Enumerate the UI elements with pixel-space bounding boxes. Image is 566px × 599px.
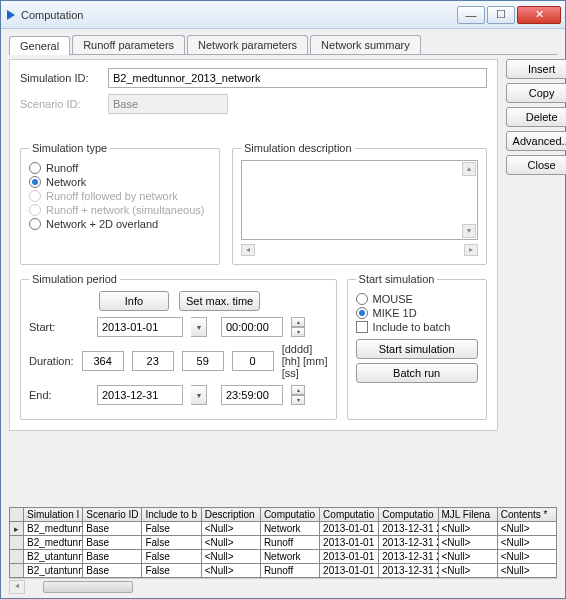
table-cell[interactable]: <Null> bbox=[201, 536, 260, 550]
table-cell[interactable]: <Null> bbox=[201, 522, 260, 536]
maximize-button[interactable]: ☐ bbox=[487, 6, 515, 24]
tab-network-parameters[interactable]: Network parameters bbox=[187, 35, 308, 54]
table-cell[interactable]: <Null> bbox=[201, 550, 260, 564]
table-cell[interactable]: Network bbox=[260, 550, 319, 564]
table-cell[interactable]: <Null> bbox=[497, 522, 556, 536]
scroll-right-icon[interactable]: ▸ bbox=[464, 244, 478, 256]
table-cell[interactable]: Runoff bbox=[260, 564, 319, 578]
hscroll-left-icon[interactable]: ◂ bbox=[9, 580, 25, 594]
col-mjl[interactable]: MJL Filena bbox=[438, 508, 497, 522]
include-to-batch-check[interactable]: Include to batch bbox=[356, 321, 478, 333]
table-cell[interactable]: 2013-12-31 2 bbox=[379, 522, 438, 536]
table-cell[interactable]: Base bbox=[83, 522, 142, 536]
table-cell[interactable]: B2_medtunno bbox=[24, 522, 83, 536]
start-date-input[interactable] bbox=[97, 317, 183, 337]
col-comp1[interactable]: Computatio bbox=[260, 508, 319, 522]
table-cell[interactable]: False bbox=[142, 564, 201, 578]
table-cell[interactable]: 2013-01-01 bbox=[320, 550, 379, 564]
start-time-spin-down[interactable]: ▾ bbox=[291, 327, 305, 337]
row-header[interactable] bbox=[10, 522, 24, 536]
start-time-input[interactable] bbox=[221, 317, 283, 337]
tab-runoff-parameters[interactable]: Runoff parameters bbox=[72, 35, 185, 54]
table-cell[interactable]: <Null> bbox=[438, 564, 497, 578]
radio-network[interactable]: Network bbox=[29, 176, 211, 188]
col-comp3[interactable]: Computatio bbox=[379, 508, 438, 522]
col-description[interactable]: Description bbox=[201, 508, 260, 522]
delete-button[interactable]: Delete bbox=[506, 107, 566, 127]
info-button[interactable]: Info bbox=[99, 291, 169, 311]
horizontal-scrollbar[interactable]: ◂ bbox=[9, 578, 557, 594]
table-cell[interactable]: <Null> bbox=[201, 564, 260, 578]
col-simulation[interactable]: Simulation I bbox=[24, 508, 83, 522]
table-cell[interactable]: B2_utantunno bbox=[24, 550, 83, 564]
start-simulation-button[interactable]: Start simulation bbox=[356, 339, 478, 359]
start-time-spin-up[interactable]: ▴ bbox=[291, 317, 305, 327]
minimize-button[interactable]: — bbox=[457, 6, 485, 24]
end-time-spin-up[interactable]: ▴ bbox=[291, 385, 305, 395]
set-max-time-button[interactable]: Set max. time bbox=[179, 291, 260, 311]
table-cell[interactable]: 2013-01-01 bbox=[320, 564, 379, 578]
dur-days-input[interactable] bbox=[82, 351, 124, 371]
close-panel-button[interactable]: Close bbox=[506, 155, 566, 175]
table-cell[interactable]: 2013-12-31 2 bbox=[379, 564, 438, 578]
table-row[interactable]: B2_utantunnoBaseFalse<Null>Runoff2013-01… bbox=[10, 564, 557, 578]
col-contents[interactable]: Contents * bbox=[497, 508, 556, 522]
tab-network-summary[interactable]: Network summary bbox=[310, 35, 421, 54]
table-cell[interactable]: 2013-12-31 2 bbox=[379, 536, 438, 550]
scroll-up-icon[interactable]: ▴ bbox=[462, 162, 476, 176]
radio-mouse[interactable]: MOUSE bbox=[356, 293, 478, 305]
radio-runoff[interactable]: Runoff bbox=[29, 162, 211, 174]
radio-network-2d[interactable]: Network + 2D overland bbox=[29, 218, 211, 230]
titlebar[interactable]: Computation — ☐ ✕ bbox=[1, 1, 565, 29]
close-button[interactable]: ✕ bbox=[517, 6, 561, 24]
col-scenario[interactable]: Scenario ID bbox=[83, 508, 142, 522]
table-cell[interactable]: Network bbox=[260, 522, 319, 536]
table-cell[interactable]: False bbox=[142, 550, 201, 564]
col-comp2[interactable]: Computatio bbox=[320, 508, 379, 522]
row-header[interactable] bbox=[10, 536, 24, 550]
table-cell[interactable]: Base bbox=[83, 536, 142, 550]
dur-mins-input[interactable] bbox=[182, 351, 224, 371]
start-date-dropdown-icon[interactable]: ▾ bbox=[191, 317, 207, 337]
table-cell[interactable]: <Null> bbox=[438, 522, 497, 536]
dur-hours-input[interactable] bbox=[132, 351, 174, 371]
results-table[interactable]: Simulation I Scenario ID Include to b De… bbox=[9, 507, 557, 578]
row-header[interactable] bbox=[10, 564, 24, 578]
radio-mike1d[interactable]: MIKE 1D bbox=[356, 307, 478, 319]
sim-id-input[interactable] bbox=[108, 68, 487, 88]
table-cell[interactable]: Base bbox=[83, 564, 142, 578]
table-cell[interactable]: <Null> bbox=[497, 564, 556, 578]
end-date-input[interactable] bbox=[97, 385, 183, 405]
table-cell[interactable]: <Null> bbox=[438, 550, 497, 564]
sim-desc-textarea[interactable]: ▴ ▾ bbox=[241, 160, 478, 240]
advanced-button[interactable]: Advanced... bbox=[506, 131, 566, 151]
col-include[interactable]: Include to b bbox=[142, 508, 201, 522]
table-cell[interactable]: 2013-01-01 bbox=[320, 522, 379, 536]
table-cell[interactable]: 2013-01-01 bbox=[320, 536, 379, 550]
table-row[interactable]: B2_utantunnoBaseFalse<Null>Network2013-0… bbox=[10, 550, 557, 564]
scroll-left-icon[interactable]: ◂ bbox=[241, 244, 255, 256]
hscroll-thumb[interactable] bbox=[43, 581, 133, 593]
end-time-spin-down[interactable]: ▾ bbox=[291, 395, 305, 405]
table-cell[interactable]: <Null> bbox=[497, 550, 556, 564]
table-cell[interactable]: Runoff bbox=[260, 536, 319, 550]
batch-run-button[interactable]: Batch run bbox=[356, 363, 478, 383]
table-cell[interactable]: B2_utantunno bbox=[24, 564, 83, 578]
table-cell[interactable]: 2013-12-31 2 bbox=[379, 550, 438, 564]
table-cell[interactable]: False bbox=[142, 536, 201, 550]
row-header[interactable] bbox=[10, 550, 24, 564]
end-date-dropdown-icon[interactable]: ▾ bbox=[191, 385, 207, 405]
insert-button[interactable]: Insert bbox=[506, 59, 566, 79]
table-cell[interactable]: <Null> bbox=[497, 536, 556, 550]
tab-general[interactable]: General bbox=[9, 36, 70, 55]
table-cell[interactable]: Base bbox=[83, 550, 142, 564]
table-cell[interactable]: False bbox=[142, 522, 201, 536]
end-time-input[interactable] bbox=[221, 385, 283, 405]
table-row[interactable]: B2_medtunnoBaseFalse<Null>Runoff2013-01-… bbox=[10, 536, 557, 550]
copy-button[interactable]: Copy bbox=[506, 83, 566, 103]
table-cell[interactable]: B2_medtunno bbox=[24, 536, 83, 550]
dur-secs-input[interactable] bbox=[232, 351, 274, 371]
table-row[interactable]: B2_medtunnoBaseFalse<Null>Network2013-01… bbox=[10, 522, 557, 536]
scroll-down-icon[interactable]: ▾ bbox=[462, 224, 476, 238]
table-cell[interactable]: <Null> bbox=[438, 536, 497, 550]
